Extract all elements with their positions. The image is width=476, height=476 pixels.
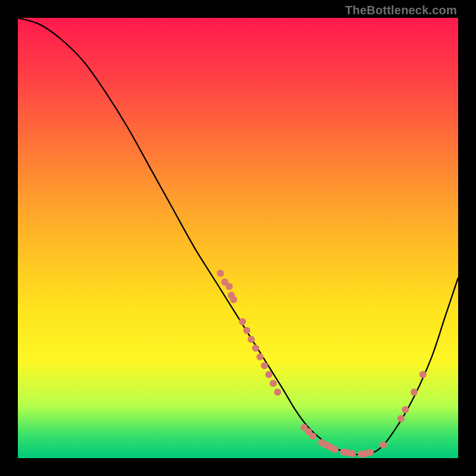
data-point — [226, 283, 233, 290]
data-point — [305, 428, 312, 436]
data-point — [300, 424, 308, 431]
data-point — [411, 389, 418, 396]
data-points — [217, 270, 426, 458]
data-point — [331, 446, 339, 453]
data-point — [322, 441, 330, 449]
data-point — [309, 433, 317, 440]
chart-container: TheBottleneck.com — [0, 0, 476, 476]
data-point — [402, 406, 409, 414]
data-point — [380, 441, 387, 449]
data-point — [274, 389, 281, 396]
data-point — [327, 444, 334, 451]
data-point — [217, 270, 224, 277]
data-point — [239, 318, 246, 325]
data-point — [318, 439, 325, 446]
chart-svg — [18, 18, 458, 458]
plot-area — [18, 18, 458, 458]
data-point — [270, 380, 277, 387]
data-point — [252, 345, 259, 352]
data-point — [349, 450, 356, 458]
data-point — [228, 292, 235, 299]
data-point — [261, 362, 268, 369]
data-point — [221, 278, 228, 286]
data-point — [243, 327, 250, 334]
data-point — [345, 449, 352, 456]
data-point — [265, 371, 273, 378]
data-point — [397, 415, 405, 422]
data-point — [248, 336, 255, 343]
data-point — [358, 450, 365, 458]
data-point — [230, 296, 237, 303]
data-point — [256, 353, 264, 361]
data-point — [362, 450, 369, 458]
watermark-text: TheBottleneck.com — [345, 4, 457, 17]
data-point — [340, 449, 347, 456]
data-point — [419, 371, 427, 378]
data-point — [367, 449, 374, 456]
bottleneck-curve — [18, 18, 458, 455]
